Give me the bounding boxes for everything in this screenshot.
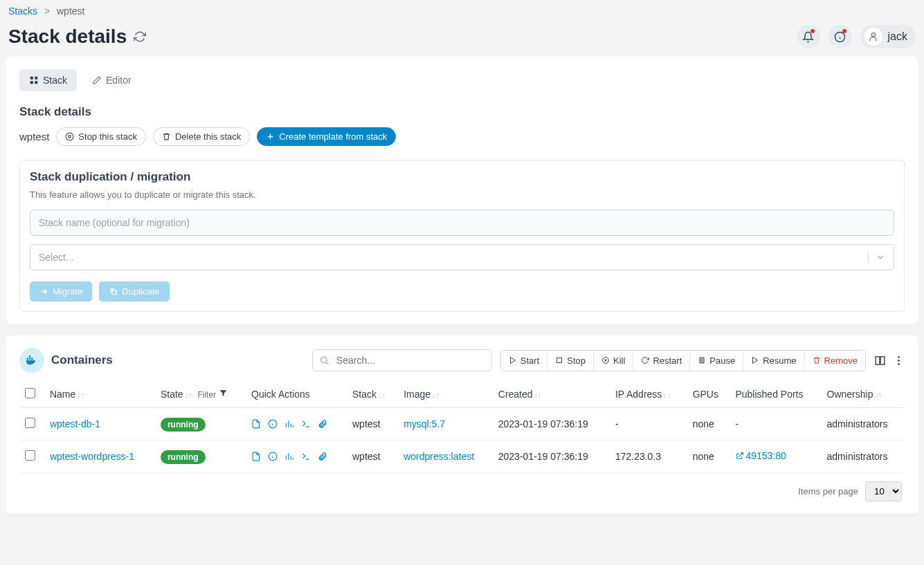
svg-rect-5 xyxy=(35,81,37,84)
notifications-icon[interactable] xyxy=(797,25,820,48)
svg-rect-4 xyxy=(30,81,33,84)
cell-ports: 49153:80 xyxy=(730,441,821,473)
page-title: Stack details xyxy=(8,26,146,48)
image-link[interactable]: mysql:5.7 xyxy=(404,418,445,429)
svg-point-1 xyxy=(871,33,875,37)
stack-details-card: Stack Editor Stack details wptest Stop t… xyxy=(6,57,918,324)
select-all-checkbox[interactable] xyxy=(25,388,35,398)
duplicate-button[interactable]: Duplicate xyxy=(99,281,169,302)
svg-rect-8 xyxy=(112,290,116,295)
svg-rect-17 xyxy=(703,358,704,363)
svg-rect-11 xyxy=(31,358,33,360)
page-title-text: Stack details xyxy=(8,26,127,48)
container-name-link[interactable]: wptest-db-1 xyxy=(50,418,100,429)
containers-title: Containers xyxy=(19,348,113,373)
cell-gpus: none xyxy=(687,441,730,473)
details-heading: Stack details xyxy=(19,105,905,119)
logs-icon[interactable] xyxy=(251,452,261,461)
container-name-link[interactable]: wptest-wordpress-1 xyxy=(50,451,134,462)
col-image[interactable]: Image↓↑ xyxy=(398,381,493,408)
attach-icon[interactable] xyxy=(318,419,327,429)
tab-stack[interactable]: Stack xyxy=(19,69,77,91)
inspect-icon[interactable] xyxy=(268,419,278,429)
col-name[interactable]: Name↓↑ xyxy=(44,381,155,408)
chevron-down-icon xyxy=(868,252,885,262)
col-ports: Published Ports xyxy=(730,381,821,408)
help-icon[interactable] xyxy=(828,25,852,48)
cell-ownership: administrators xyxy=(822,408,905,441)
container-actions-toolbar: Start Stop Kill Restart Pause Resume Rem… xyxy=(500,350,866,371)
table-row: wptest-db-1runningwptestmysql:5.72023-01… xyxy=(19,408,905,441)
row-checkbox[interactable] xyxy=(25,450,35,461)
start-button[interactable]: Start xyxy=(501,351,547,371)
duplicate-label: Duplicate xyxy=(122,286,159,297)
svg-point-21 xyxy=(898,360,900,362)
col-ownership[interactable]: Ownership↓↑ xyxy=(822,381,905,408)
refresh-icon[interactable] xyxy=(134,30,146,43)
stats-icon[interactable] xyxy=(284,419,294,429)
svg-point-22 xyxy=(898,363,900,365)
cell-ownership: administrators xyxy=(822,441,905,473)
user-menu[interactable]: jack xyxy=(860,25,916,48)
more-icon[interactable] xyxy=(893,355,905,367)
col-stack[interactable]: Stack↓↑ xyxy=(347,381,398,408)
col-created[interactable]: Created↓↑ xyxy=(493,381,610,408)
svg-rect-19 xyxy=(880,356,885,364)
kill-button[interactable]: Kill xyxy=(594,351,633,371)
duplication-heading: Stack duplication / migration xyxy=(30,170,894,184)
stats-icon[interactable] xyxy=(284,452,294,461)
svg-rect-3 xyxy=(35,77,37,80)
tab-stack-label: Stack xyxy=(43,75,67,86)
row-checkbox[interactable] xyxy=(25,418,35,428)
cell-created: 2023-01-19 07:36:19 xyxy=(493,408,610,441)
state-badge: running xyxy=(161,450,206,464)
help-dot xyxy=(842,29,846,33)
logs-icon[interactable] xyxy=(251,419,261,429)
containers-table: Name↓↑ State↓↑ Filter Quick Actions Stac… xyxy=(19,381,905,473)
create-template-label: Create template from stack xyxy=(279,131,387,142)
migrate-label: Migrate xyxy=(53,286,82,297)
port-link[interactable]: 49153:80 xyxy=(735,450,786,461)
svg-rect-12 xyxy=(29,355,31,358)
migrate-button[interactable]: Migrate xyxy=(30,281,92,302)
exec-icon[interactable] xyxy=(301,419,311,429)
stop-stack-label: Stop this stack xyxy=(78,131,137,142)
create-template-button[interactable]: Create template from stack xyxy=(257,127,396,146)
tab-editor-label: Editor xyxy=(106,75,132,86)
containers-icon xyxy=(19,348,44,373)
breadcrumb: Stacks > wptest xyxy=(0,0,924,22)
stack-name-input[interactable] xyxy=(30,210,894,236)
search-input[interactable] xyxy=(312,349,492,371)
stack-name: wptest xyxy=(19,131,49,142)
endpoint-select[interactable]: Select... xyxy=(30,244,894,270)
delete-stack-button[interactable]: Delete this stack xyxy=(153,127,250,146)
pause-button[interactable]: Pause xyxy=(690,351,743,371)
user-name: jack xyxy=(888,30,907,43)
containers-title-text: Containers xyxy=(51,353,113,367)
attach-icon[interactable] xyxy=(318,452,327,461)
resume-button[interactable]: Resume xyxy=(743,351,804,371)
svg-rect-2 xyxy=(30,77,33,80)
cell-stack: wptest xyxy=(347,441,398,473)
image-link[interactable]: wordpress:latest xyxy=(404,451,474,462)
exec-icon[interactable] xyxy=(301,452,311,461)
cell-stack: wptest xyxy=(347,408,398,441)
svg-rect-14 xyxy=(557,358,562,363)
svg-rect-10 xyxy=(29,358,31,360)
endpoint-select-placeholder: Select... xyxy=(39,252,74,263)
columns-icon[interactable] xyxy=(874,355,886,367)
remove-button[interactable]: Remove xyxy=(805,351,865,371)
delete-stack-label: Delete this stack xyxy=(175,131,241,142)
svg-point-20 xyxy=(898,356,900,358)
restart-button[interactable]: Restart xyxy=(633,351,690,371)
col-gpus: GPUs xyxy=(687,381,730,408)
stop-stack-button[interactable]: Stop this stack xyxy=(56,127,146,146)
inspect-icon[interactable] xyxy=(268,452,278,461)
duplication-panel: Stack duplication / migration This featu… xyxy=(19,160,905,312)
breadcrumb-root[interactable]: Stacks xyxy=(8,6,37,17)
col-ip[interactable]: IP Address↓↑ xyxy=(610,381,687,408)
tab-editor[interactable]: Editor xyxy=(82,69,141,91)
stop-button[interactable]: Stop xyxy=(547,351,594,371)
pager-select[interactable]: 10 xyxy=(865,481,902,501)
col-state[interactable]: State↓↑ Filter xyxy=(155,381,246,408)
